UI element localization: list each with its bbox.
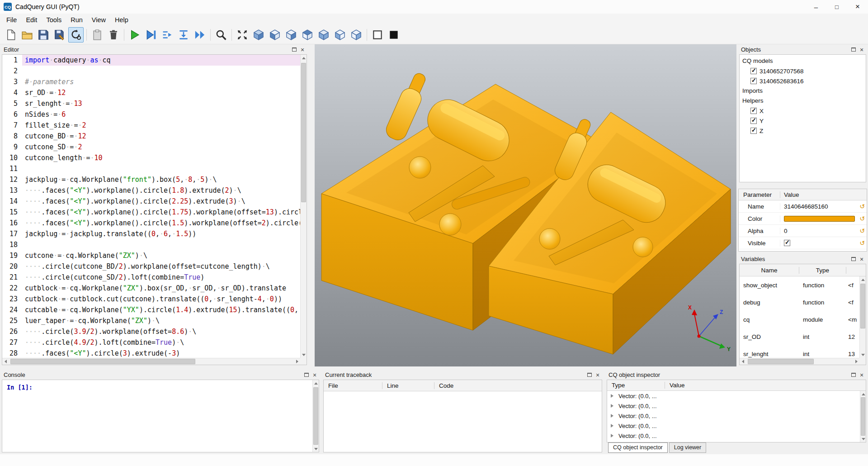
property-row[interactable]: Color	[739, 213, 867, 225]
open-file-button[interactable]	[19, 27, 35, 43]
reset-icon[interactable]	[858, 203, 867, 210]
code-line[interactable]: 11	[2, 163, 300, 174]
new-file-button[interactable]	[3, 27, 19, 43]
debug-button[interactable]	[143, 27, 159, 43]
close-panel-icon[interactable]	[313, 372, 317, 378]
tree-item[interactable]: Y	[740, 116, 866, 126]
variable-row[interactable]: cqmodule<m	[740, 311, 859, 328]
menu-edit[interactable]: Edit	[21, 14, 42, 25]
minimize-button[interactable]: –	[806, 0, 826, 14]
editor-vscrollbar[interactable]	[300, 55, 307, 358]
menu-run[interactable]: Run	[66, 14, 87, 25]
close-button[interactable]: ×	[847, 0, 868, 14]
checkbox[interactable]	[750, 78, 757, 84]
code-line[interactable]: 2	[2, 66, 300, 76]
variable-row[interactable]: sr_lenghtint13	[740, 345, 859, 358]
float-panel-icon[interactable]	[851, 48, 856, 52]
close-panel-icon[interactable]	[860, 47, 864, 52]
console-prompt[interactable]: In [1]:	[7, 384, 33, 391]
code-line[interactable]: 4sr_OD·=·12	[2, 87, 300, 98]
close-panel-icon[interactable]	[596, 372, 600, 378]
viewport-canvas[interactable]: X Z Y	[315, 44, 736, 366]
tree-item[interactable]: 3140652707568	[740, 66, 866, 76]
screenshot-button[interactable]	[213, 27, 229, 43]
inspector-row[interactable]: Vector: (0.0, ...	[607, 421, 866, 431]
tab-cq-object-inspector[interactable]: CQ object inspector	[608, 442, 668, 453]
property-row[interactable]: Visible	[739, 237, 867, 249]
checkbox[interactable]	[750, 118, 757, 124]
save-as-button[interactable]	[52, 27, 67, 43]
inspector-row[interactable]: Vector: (0.0, ...	[607, 391, 866, 401]
code-line[interactable]: 16····.faces("<Y").workplane().circle(1.…	[2, 218, 300, 228]
code-line[interactable]: 22cutblock·=·cq.Workplane("ZX").box(sr_O…	[2, 283, 300, 294]
menu-tools[interactable]: Tools	[42, 14, 66, 25]
code-line[interactable]: 14····.faces("<Y").workplane().circle(2.…	[2, 196, 300, 207]
shaded-button[interactable]	[386, 27, 401, 43]
tree-group-helpers[interactable]: Helpers	[740, 96, 866, 106]
code-line[interactable]: 23cutblock·=·cutblock.cut(cutcone).trans…	[2, 294, 300, 304]
code-line[interactable]: 6nSides·=·6	[2, 109, 300, 120]
right-view-button[interactable]	[349, 27, 364, 43]
delete-button[interactable]	[106, 27, 121, 43]
code-line[interactable]: 12jackplug·=·cq.Workplane("front").box(5…	[2, 174, 300, 185]
autoreload-button[interactable]	[68, 27, 84, 43]
code-line[interactable]: 19cutcone·=·cq.Workplane("ZX")·\	[2, 250, 300, 261]
code-line[interactable]: 15····.faces("<Y").workplane().circle(1.…	[2, 207, 300, 218]
expander-icon[interactable]	[611, 394, 615, 398]
float-panel-icon[interactable]	[851, 257, 856, 261]
code-line[interactable]: 3#·parameters	[2, 76, 300, 87]
menu-view[interactable]: View	[87, 14, 110, 25]
code-line[interactable]: 13····.faces("<Y").workplane().circle(1.…	[2, 185, 300, 196]
menu-help[interactable]: Help	[110, 14, 133, 25]
menu-file[interactable]: File	[2, 14, 21, 25]
checkbox[interactable]	[750, 68, 757, 74]
variable-row[interactable]: show_objectfunction<f	[740, 276, 859, 294]
editor-code[interactable]: 1import·cadquery·as·cq23#·parameters4sr_…	[2, 55, 300, 358]
tree-item[interactable]: X	[740, 106, 866, 116]
inspector-vscrollbar[interactable]	[860, 391, 866, 442]
step-button[interactable]	[160, 27, 175, 43]
console-body[interactable]: In [1]:	[2, 380, 319, 452]
continue-button[interactable]	[192, 27, 208, 43]
code-line[interactable]: 17jackplug·=·jackplug.translate((0,·6,·1…	[2, 228, 300, 239]
code-line[interactable]: 24cutcable·=·cq.Workplane("YX").circle(1…	[2, 304, 300, 315]
bottom-view-button[interactable]	[316, 27, 331, 43]
render-button[interactable]	[127, 27, 142, 43]
inspector-row[interactable]: Vector: (0.0, ...	[607, 401, 866, 411]
variables-hscrollbar[interactable]	[740, 358, 859, 365]
code-line[interactable]: 1import·cadquery·as·cq	[2, 55, 300, 66]
front-view-button[interactable]	[267, 27, 283, 43]
step-in-button[interactable]	[176, 27, 191, 43]
code-line[interactable]: 26····.circle(3.9/2).workplane(offset=8.…	[2, 326, 300, 337]
float-panel-icon[interactable]	[851, 373, 856, 377]
reset-icon[interactable]	[858, 215, 867, 222]
code-line[interactable]: 7fillet_size·=·2	[2, 120, 300, 131]
close-panel-icon[interactable]	[301, 47, 305, 52]
code-line[interactable]: 20····.circle(cutcone_BD/2).workplane(of…	[2, 261, 300, 272]
editor-hscrollbar[interactable]	[2, 358, 300, 365]
float-panel-icon[interactable]	[304, 373, 309, 377]
checkbox[interactable]	[750, 128, 757, 134]
code-line[interactable]: 28····.faces("<Y").circle(3).extrude(-3)	[2, 348, 300, 358]
tree-item[interactable]: Z	[740, 126, 866, 136]
code-line[interactable]: 8cutcone_BD·=·12	[2, 131, 300, 142]
float-panel-icon[interactable]	[587, 373, 592, 377]
float-panel-icon[interactable]	[292, 48, 297, 52]
tree-item[interactable]: 3140652683616	[740, 76, 866, 86]
console-vscrollbar[interactable]	[312, 380, 319, 452]
checkbox[interactable]	[750, 108, 757, 114]
save-button[interactable]	[36, 27, 51, 43]
back-view-button[interactable]	[283, 27, 299, 43]
close-panel-icon[interactable]	[860, 372, 864, 378]
tree-group-cq-models[interactable]: CQ models	[740, 56, 866, 66]
code-line[interactable]: 25luer_taper·=·cq.Workplane("ZX")·\	[2, 315, 300, 326]
tab-log-viewer[interactable]: Log viewer	[669, 442, 706, 453]
expander-icon[interactable]	[611, 404, 615, 408]
iso-view-button[interactable]	[251, 27, 266, 43]
code-line[interactable]: 18	[2, 239, 300, 250]
inspector-row[interactable]: Vector: (0.0, ...	[607, 431, 866, 441]
property-row[interactable]: Name3140646685160	[739, 200, 867, 213]
wireframe-button[interactable]	[370, 27, 385, 43]
reset-icon[interactable]	[858, 227, 867, 234]
tree-group-imports[interactable]: Imports	[740, 86, 866, 96]
